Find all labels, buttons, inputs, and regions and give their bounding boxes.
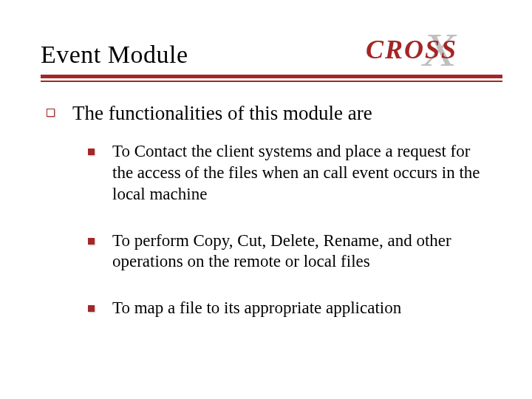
svg-text:CROSS: CROSS	[366, 35, 457, 64]
main-bullet-item: The functionalities of this module are	[47, 101, 502, 125]
list-item: To perform Copy, Cut, Delete, Rename, an…	[88, 231, 502, 273]
sub-bullet-text: To perform Copy, Cut, Delete, Rename, an…	[112, 231, 502, 273]
list-item: To Contact the client systems and place …	[88, 141, 502, 205]
sub-bullet-list: To Contact the client systems and place …	[47, 141, 502, 319]
cross-logo: X CROSS	[366, 27, 495, 73]
bullet-outline-icon	[47, 109, 55, 117]
slide-body: The functionalities of this module are T…	[41, 101, 502, 319]
slide-header: Event Module X CROSS	[41, 41, 502, 69]
bullet-fill-icon	[88, 238, 95, 245]
sub-bullet-text: To map a file to its appropriate applica…	[112, 298, 409, 319]
bullet-fill-icon	[88, 149, 95, 155]
list-item: To map a file to its appropriate applica…	[88, 298, 502, 319]
sub-bullet-text: To Contact the client systems and place …	[112, 141, 502, 205]
bullet-fill-icon	[88, 305, 95, 312]
main-bullet-text: The functionalities of this module are	[72, 101, 372, 125]
title-underline	[41, 75, 502, 82]
